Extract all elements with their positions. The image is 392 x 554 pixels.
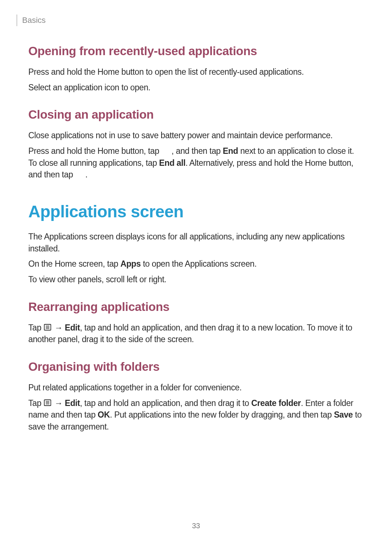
body-text: Tap → Edit, tap and hold an application,… — [28, 322, 364, 345]
breadcrumb: Basics — [17, 15, 364, 26]
breadcrumb-divider — [17, 15, 17, 26]
title-applications-screen: Applications screen — [28, 202, 364, 221]
section-organising-folders: Organising with folders Put related appl… — [28, 360, 364, 433]
body-text: Put related applications together in a f… — [28, 382, 364, 394]
section-applications-screen: Applications screen The Applications scr… — [28, 202, 364, 286]
section-opening-recent: Opening from recently-used applications … — [28, 44, 364, 93]
menu-icon — [44, 397, 52, 409]
body-text: Press and hold the Home button, tap , an… — [28, 145, 364, 181]
body-text: The Applications screen displays icons f… — [28, 231, 364, 254]
close-all-icon — [76, 169, 82, 181]
heading-opening-recent: Opening from recently-used applications — [28, 44, 364, 58]
body-text: Press and hold the Home button to open t… — [28, 66, 364, 78]
heading-organising-folders: Organising with folders — [28, 360, 364, 374]
body-text: Tap → Edit, tap and hold an application,… — [28, 397, 364, 433]
body-text: Close applications not in use to save ba… — [28, 130, 364, 141]
body-text: Select an application icon to open. — [28, 82, 364, 94]
section-rearranging: Rearranging applications Tap → Edit, tap… — [28, 300, 364, 345]
body-text: On the Home screen, tap Apps to open the… — [28, 258, 364, 270]
page-number: 33 — [0, 522, 392, 530]
task-manager-icon — [162, 145, 169, 157]
heading-rearranging: Rearranging applications — [28, 300, 364, 314]
body-text: To view other panels, scroll left or rig… — [28, 274, 364, 286]
breadcrumb-text: Basics — [22, 16, 46, 25]
section-closing-app: Closing an application Close application… — [28, 108, 364, 181]
menu-icon — [44, 322, 52, 334]
heading-closing-app: Closing an application — [28, 108, 364, 122]
